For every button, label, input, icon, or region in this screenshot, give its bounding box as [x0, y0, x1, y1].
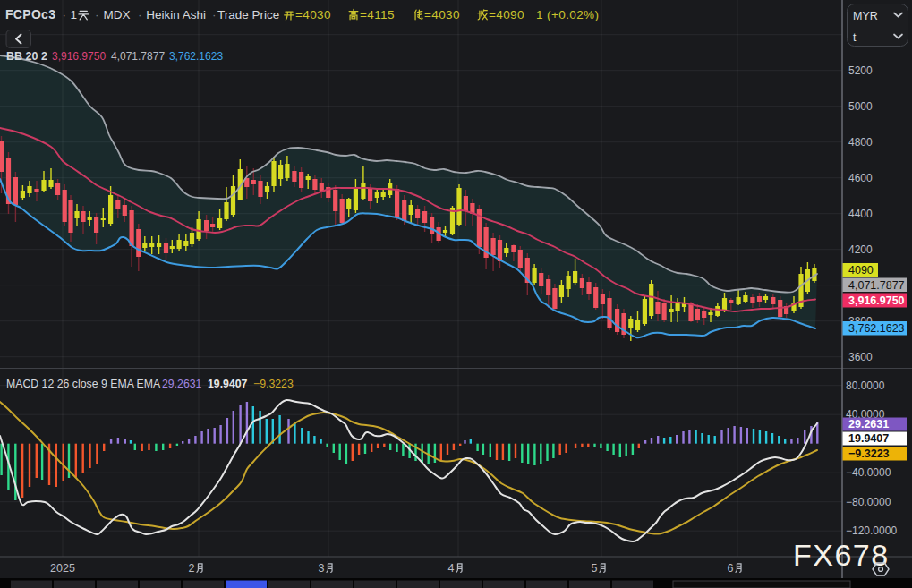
svg-text:FCPOc3: FCPOc3: [5, 7, 55, 21]
svg-text:3,762.1623: 3,762.1623: [169, 50, 223, 63]
svg-text:MDX: MDX: [104, 8, 131, 21]
svg-text:4600: 4600: [848, 172, 873, 184]
svg-text:MACD 12 26 close 9 EMA EMA: MACD 12 26 close 9 EMA EMA: [6, 378, 161, 390]
svg-text:·: ·: [95, 8, 99, 21]
svg-text:1: 1: [71, 8, 78, 21]
svg-text:4: 4: [448, 562, 455, 575]
svg-text:=4030: =4030: [295, 8, 331, 21]
svg-text:·: ·: [138, 8, 142, 21]
svg-text:2025: 2025: [50, 562, 75, 575]
svg-text:BB 20 2: BB 20 2: [6, 50, 47, 63]
svg-text:3: 3: [319, 562, 325, 575]
svg-text:5000: 5000: [848, 100, 873, 113]
svg-text:t: t: [853, 31, 857, 44]
svg-text:29.2631: 29.2631: [848, 418, 889, 430]
svg-text:5200: 5200: [848, 64, 873, 77]
svg-text:−120.0000: −120.0000: [846, 524, 897, 537]
svg-text:=4115: =4115: [360, 8, 395, 21]
svg-text:−9.3223: −9.3223: [253, 378, 294, 390]
svg-text:·: ·: [212, 8, 217, 21]
svg-text:−9.3223: −9.3223: [848, 447, 890, 460]
svg-text:4200: 4200: [848, 243, 873, 256]
svg-text:=4030: =4030: [424, 8, 460, 21]
svg-text:29.2631: 29.2631: [162, 378, 202, 390]
svg-text:19.9407: 19.9407: [208, 378, 248, 390]
svg-text:4,071.7877: 4,071.7877: [111, 50, 165, 63]
svg-text:4090: 4090: [848, 264, 874, 277]
svg-text:3,916.9750: 3,916.9750: [848, 294, 905, 307]
svg-text:5: 5: [592, 562, 598, 575]
svg-text:4,071.7877: 4,071.7877: [848, 279, 905, 292]
svg-text:1 (+0.02%): 1 (+0.02%): [536, 8, 599, 21]
svg-text:·: ·: [63, 8, 67, 21]
svg-text:3600: 3600: [848, 351, 873, 363]
svg-text:6: 6: [728, 562, 734, 575]
svg-text:80.0000: 80.0000: [846, 379, 885, 392]
svg-text:2: 2: [189, 562, 195, 575]
svg-text:=4090: =4090: [489, 8, 524, 21]
svg-text:3,762.1623: 3,762.1623: [848, 322, 905, 335]
svg-text:Trade Price: Trade Price: [217, 8, 279, 21]
svg-text:−80.0000: −80.0000: [846, 496, 891, 508]
svg-text:19.9407: 19.9407: [848, 432, 889, 445]
svg-text:4800: 4800: [848, 136, 873, 149]
svg-text:3,916.9750: 3,916.9750: [52, 50, 106, 63]
svg-text:MYR: MYR: [853, 10, 878, 22]
svg-text:Heikin Ashi: Heikin Ashi: [146, 8, 206, 21]
svg-text:4400: 4400: [848, 208, 873, 220]
svg-text:−40.0000: −40.0000: [846, 466, 891, 479]
